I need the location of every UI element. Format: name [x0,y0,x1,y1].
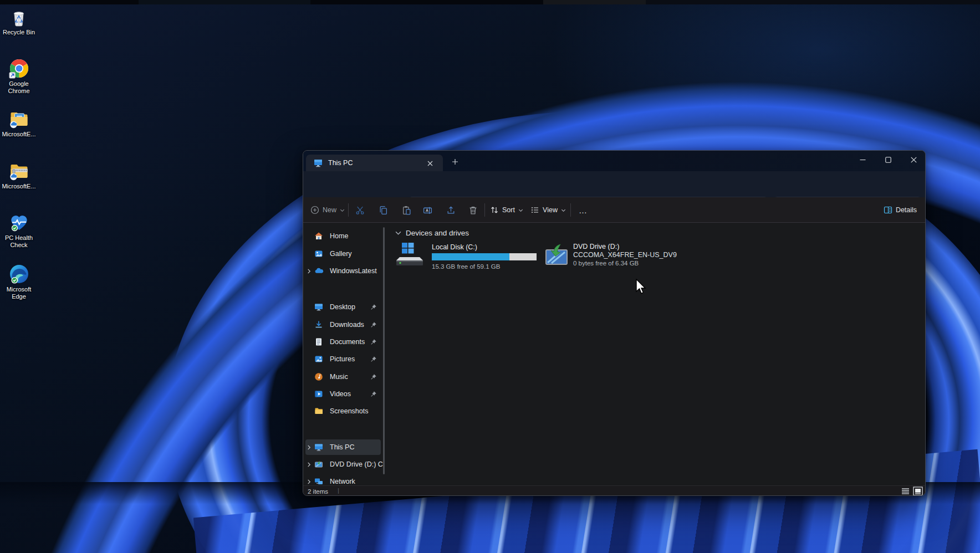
pin-icon [370,338,377,348]
status-bar: 2 items | [303,485,925,496]
chevron-right-icon[interactable] [303,266,314,276]
network-icon [314,477,326,486]
list-view-icon [901,487,910,495]
new-tab-button[interactable] [448,156,462,168]
pin-icon [370,355,377,365]
pc-health-check-icon [9,213,29,233]
zipped-folder-icon [9,161,29,181]
tab-this-pc[interactable]: This PC [306,155,443,171]
section-header-devices-and-drives[interactable]: Devices and drives [395,229,469,237]
details-view-toggle[interactable] [901,487,910,495]
sidebar-item-gallery[interactable]: Gallery [303,246,383,262]
pin-icon [370,303,377,313]
sidebar-scrollbar[interactable] [383,227,385,474]
maximize-button[interactable] [875,151,901,169]
more-options-button[interactable]: … [574,201,593,219]
sidebar-item-screenshots[interactable]: Screenshots [303,403,383,419]
new-button[interactable]: New [307,201,349,219]
paste-button[interactable] [397,201,415,219]
dvd-drive-icon [544,243,569,266]
onedrive-icon [314,267,326,276]
top-edge-strip [0,0,980,4]
paste-icon [402,206,411,215]
close-icon [911,157,917,163]
details-label: Details [896,206,917,214]
sort-label: Sort [502,206,515,214]
desktop: Recycle Bin Google Chrome MicrosoftE... [0,0,980,553]
chevron-down-icon [518,208,523,213]
plus-icon [452,158,458,165]
sidebar-item-this-pc[interactable]: This PC [303,439,383,455]
videos-icon [314,390,326,398]
cut-icon [355,206,365,215]
minimize-button[interactable] [850,151,875,169]
sidebar-item-videos[interactable]: Videos [303,386,383,402]
status-separator: | [338,487,339,494]
chevron-right-icon[interactable] [303,442,314,452]
folder-icon [314,407,326,416]
toolbar-separator [348,203,349,217]
chevron-right-icon[interactable] [303,459,314,469]
sidebar-item-music[interactable]: Music [303,369,383,385]
tab-title: This PC [328,159,353,167]
share-icon [446,206,456,215]
section-header-label: Devices and drives [406,229,469,237]
desktop-icon-label: Google Chrome [1,80,37,94]
pictures-icon [314,355,326,363]
view-button[interactable]: View [528,201,569,219]
sidebar-item-downloads[interactable]: Downloads [303,317,383,332]
rename-button[interactable] [418,201,436,219]
recycle-bin-icon [9,7,29,27]
view-icon [530,206,539,214]
desktop-icon-google-chrome[interactable]: Google Chrome [1,58,37,94]
close-button[interactable] [901,151,926,169]
hard-drive-icon [394,242,425,267]
sidebar-item-pictures[interactable]: Pictures [303,351,383,367]
sidebar-item-home[interactable]: Home [303,228,383,244]
large-icons-view-toggle[interactable] [913,487,923,496]
dvd-icon [314,460,326,469]
disk-usage-bar [432,253,537,260]
tab-strip: This PC [303,151,925,171]
desktop-icon-label: PC Health Check [1,234,37,248]
desktop-icon-label: Microsoft Edge [1,286,37,300]
rename-icon [423,206,432,215]
drive-tile-local-disk-c[interactable]: Local Disk (C:) 15.3 GB free of 59.1 GB [393,240,546,273]
explorer-body: Home Gallery WindowsLatest [303,223,925,485]
desktop-icon-microsoft-folder-1[interactable]: MicrosoftE... [1,109,37,138]
delete-button[interactable] [464,201,482,219]
minimize-icon [860,157,866,163]
view-label: View [543,206,558,214]
new-label: New [323,206,336,214]
sidebar-item-dvd-drive[interactable]: DVD Drive (D:) C [303,457,383,472]
plus-circle-icon [310,206,319,214]
sidebar-item-windowslatest[interactable]: WindowsLatest [303,263,383,279]
command-toolbar: New [303,197,925,223]
desktop-icon-pc-health-check[interactable]: PC Health Check [1,213,37,248]
details-button[interactable]: Details [877,201,923,219]
toolbar-separator [570,203,571,217]
desktop-icon-label: MicrosoftE... [1,131,37,138]
desktop-icon-recycle-bin[interactable]: Recycle Bin [1,7,37,36]
copy-button[interactable] [374,201,392,219]
cut-button[interactable] [351,201,369,219]
sidebar-item-documents[interactable]: Documents [303,334,383,350]
home-icon [314,232,326,240]
pin-icon [370,321,377,331]
sort-button[interactable]: Sort [488,201,525,219]
tab-close-button[interactable] [423,158,437,168]
file-explorer-window: This PC [303,150,926,496]
drive-tile-dvd-d[interactable]: DVD Drive (D:) CCCOMA_X64FRE_EN-US_DV9 0… [543,240,681,273]
desktop-icon-microsoft-edge[interactable]: Microsoft Edge [1,264,37,300]
drive-volume-label: CCCOMA_X64FRE_EN-US_DV9 [573,251,677,259]
desktop-icon [314,303,326,311]
close-icon [427,161,433,166]
downloads-icon [314,320,326,329]
desktop-icon-label: Recycle Bin [1,29,37,36]
disk-usage-fill [432,253,509,260]
items-count: 2 items [308,488,328,495]
drive-free-space: 15.3 GB free of 59.1 GB [432,263,500,270]
sidebar-item-desktop[interactable]: Desktop [303,299,383,315]
share-button[interactable] [442,201,460,219]
desktop-icon-microsoft-folder-2[interactable]: MicrosoftE... [1,161,37,190]
